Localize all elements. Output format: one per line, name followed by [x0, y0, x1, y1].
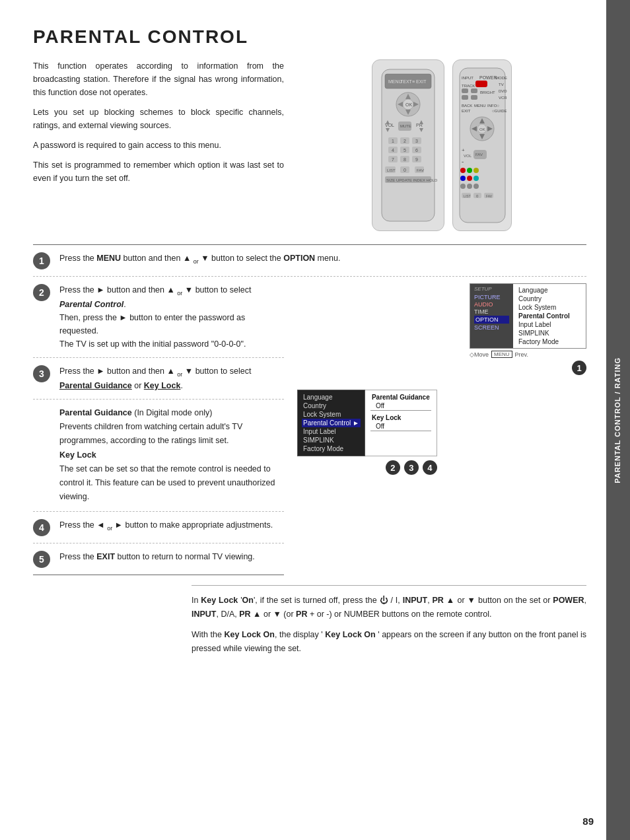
nav-hint-1: ◇MoveMENUPrev.	[470, 351, 586, 358]
menu-screenshot-2: Language Country Lock System Parental Co…	[297, 390, 437, 475]
step-1-content: Press the MENU button and then ▲ or ▼ bu…	[59, 252, 340, 266]
svg-text:-: -	[462, 158, 464, 165]
svg-text:MUTE: MUTE	[400, 124, 411, 128]
sub-guidance: Parental Guidance	[370, 393, 431, 402]
svg-text:FAV: FAV	[475, 153, 483, 157]
steps-section: 1 Press the MENU button and then ▲ or ▼ …	[33, 244, 586, 575]
step-4-num: 4	[33, 519, 50, 536]
svg-point-85	[473, 184, 479, 189]
svg-text:3: 3	[415, 139, 418, 143]
circle-1-container: 1	[470, 361, 586, 375]
step-2: 2 Press the ► button and then ▲ or ▼ but…	[33, 277, 284, 358]
svg-text:4: 4	[392, 148, 394, 153]
sidebar: PARENTAL CONTROL / RATING	[606, 0, 630, 840]
svg-point-81	[467, 176, 472, 181]
menu-item-screen: SCREEN	[474, 324, 509, 331]
svg-rect-51	[475, 81, 487, 87]
svg-point-80	[460, 176, 466, 181]
step-5-num: 5	[33, 551, 50, 568]
circle-4: 4	[423, 460, 437, 475]
svg-text:8: 8	[403, 157, 406, 162]
step-3-content: Press the ► button and then ▲ or ▼ butto…	[59, 365, 284, 392]
remote-svg-2: INPUT POWER MODE TV TRACK DVD BRIGHT VCR	[458, 66, 507, 225]
sub-input: Input Label	[302, 427, 361, 436]
svg-text:2: 2	[403, 139, 406, 143]
intro-para4: This set is programmed to remember which…	[33, 158, 284, 185]
sub-keylock: Key Lock	[370, 413, 431, 422]
svg-point-79	[473, 168, 479, 173]
svg-text:BACK: BACK	[462, 104, 472, 108]
menu-right-language: Language	[518, 287, 580, 294]
setup-menu-display: SETUP PICTURE AUDIO TIME OPTION SCREEN L…	[470, 283, 586, 349]
svg-text:TV: TV	[499, 83, 504, 87]
circle-3: 3	[404, 460, 419, 475]
svg-text:POWER: POWER	[479, 75, 497, 80]
intro-para2: Lets you set up blocking schemes to bloc…	[33, 106, 284, 132]
svg-text:BRIGHT: BRIGHT	[480, 90, 495, 94]
svg-point-78	[467, 168, 472, 173]
svg-rect-54	[462, 88, 468, 93]
svg-text:VCR: VCR	[499, 96, 507, 100]
sidebar-label: PARENTAL CONTROL / RATING	[613, 357, 622, 483]
svg-text:9: 9	[415, 157, 418, 162]
svg-text:TRACK: TRACK	[462, 84, 475, 88]
setup-label: SETUP	[474, 286, 509, 292]
svg-point-82	[473, 176, 479, 181]
bottom-note-1: In Key Lock 'On', if the set is turned o…	[192, 594, 586, 622]
intro-para1: This function operates according to info…	[33, 59, 284, 99]
menu-screenshot-1: SETUP PICTURE AUDIO TIME OPTION SCREEN L…	[470, 283, 586, 375]
svg-text:EXIT: EXIT	[462, 109, 471, 113]
remote-image-1: MENU TEXT≡ EXIT OK VOL	[372, 59, 444, 231]
svg-point-77	[460, 168, 466, 173]
sub-language: Language	[302, 393, 361, 402]
submenu-display: Language Country Lock System Parental Co…	[297, 390, 437, 456]
svg-text:1: 1	[392, 139, 394, 143]
sub-parental: Parental Control ►	[302, 419, 361, 427]
circle-2: 2	[386, 460, 400, 475]
intro-text-block: This function operates according to info…	[33, 59, 284, 231]
sub-keylock-off: Off	[370, 422, 431, 431]
svg-text:6: 6	[415, 148, 418, 153]
submenu-left: Language Country Lock System Parental Co…	[297, 390, 365, 456]
step-2-content: Press the ► button and then ▲ or ▼ butto…	[59, 283, 284, 351]
menu-item-time: TIME	[474, 308, 509, 315]
sub-country: Country	[302, 402, 361, 410]
svg-text:DVD: DVD	[499, 89, 507, 93]
menu-right-input: Input Label	[518, 321, 580, 328]
page-title: PARENTAL CONTROL	[33, 26, 586, 48]
step-3: 3 Press the ► button and then ▲ or ▼ but…	[33, 358, 284, 400]
menu-right-country: Country	[518, 295, 580, 302]
sub-simplink: SIMPLINK	[302, 436, 361, 444]
step-3-num: 3	[33, 365, 50, 382]
menu-right-factory: Factory Mode	[518, 338, 580, 345]
svg-text:SIZE  UPDATE  INDEX  HOLD: SIZE UPDATE INDEX HOLD	[386, 178, 438, 182]
top-section: This function operates according to info…	[33, 59, 586, 231]
circle-1: 1	[572, 361, 586, 375]
svg-text:OK: OK	[479, 127, 485, 131]
menu-right-simplink: SIMPLINK	[518, 330, 580, 337]
svg-text:MODE: MODE	[495, 76, 507, 80]
svg-rect-59	[471, 95, 477, 100]
svg-text:+: +	[462, 147, 465, 153]
sub-guidance-off: Off	[370, 402, 431, 411]
svg-rect-55	[471, 88, 477, 93]
main-content: PARENTAL CONTROL This function operates …	[0, 0, 606, 840]
step-2-num: 2	[33, 284, 50, 301]
step-1-num: 1	[33, 252, 50, 269]
svg-point-84	[467, 184, 472, 189]
svg-text:FAV: FAV	[486, 194, 493, 198]
svg-text:TEXT≡: TEXT≡	[400, 79, 415, 84]
svg-text:LIST: LIST	[464, 194, 471, 198]
setup-menu-right: Language Country Lock System Parental Co…	[513, 284, 586, 348]
menu-item-picture: PICTURE	[474, 294, 509, 300]
svg-text:○GUIDE: ○GUIDE	[492, 109, 507, 113]
svg-text:0: 0	[403, 168, 406, 172]
svg-text:EXIT: EXIT	[416, 79, 427, 84]
step-5: 5 Press the EXIT button to return to nor…	[33, 543, 284, 575]
svg-text:MENU: MENU	[474, 104, 486, 108]
menu-screenshots-col: SETUP PICTURE AUDIO TIME OPTION SCREEN L…	[297, 277, 586, 575]
page-number-display: 89	[582, 816, 594, 827]
steps-left-col: 2 Press the ► button and then ▲ or ▼ but…	[33, 277, 284, 575]
menu-item-audio: AUDIO	[474, 301, 509, 308]
svg-point-83	[460, 184, 466, 189]
